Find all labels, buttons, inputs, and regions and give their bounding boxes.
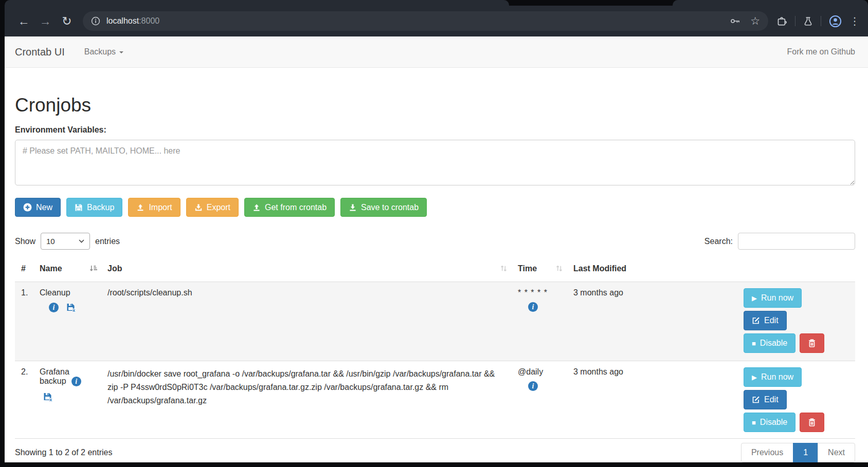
col-header-last-modified[interactable]: Last Modified bbox=[567, 258, 737, 282]
backup-crossed-icon[interactable]: x bbox=[43, 391, 95, 402]
profile-avatar-icon[interactable] bbox=[829, 15, 842, 28]
edit-pencil-icon bbox=[752, 316, 760, 325]
password-key-icon[interactable] bbox=[730, 17, 741, 25]
row-time-cell: @daily i bbox=[512, 361, 567, 439]
site-info-icon[interactable] bbox=[91, 16, 100, 26]
export-button-label: Export bbox=[207, 203, 230, 212]
bookmark-star-icon[interactable]: ☆ bbox=[750, 15, 760, 27]
forward-button[interactable]: → bbox=[34, 11, 56, 31]
toolbar-divider bbox=[795, 16, 795, 26]
browser-tab-secondary[interactable] bbox=[673, 0, 868, 6]
page-title: Cronjobs bbox=[15, 95, 855, 116]
edit-button[interactable]: Edit bbox=[744, 390, 787, 409]
row-index: 2. bbox=[15, 361, 33, 439]
url-bar[interactable]: localhost:8000 ☆ bbox=[83, 11, 768, 31]
pagination-page-1[interactable]: 1 bbox=[793, 443, 818, 462]
delete-button[interactable] bbox=[800, 413, 824, 432]
table-header-row: # Name bbox=[15, 258, 855, 282]
info-icon[interactable]: i bbox=[528, 381, 538, 391]
save-to-crontab-button[interactable]: Save to crontab bbox=[340, 198, 427, 217]
browser-menu-icon[interactable]: ⋮ bbox=[849, 15, 860, 27]
screen: ← → ↻ localhost:8000 bbox=[0, 0, 868, 467]
app-brand[interactable]: Crontab UI bbox=[15, 46, 65, 58]
run-now-button[interactable]: ▶ Run now bbox=[744, 367, 802, 387]
row-job-command: /usr/bin/docker save root_grafana -o /va… bbox=[101, 361, 512, 439]
run-now-label: Run now bbox=[761, 372, 793, 382]
cron-schedule: @daily bbox=[518, 367, 543, 376]
env-variables-label: Environment Variables: bbox=[15, 125, 855, 135]
disable-button[interactable]: ■ Disable bbox=[744, 333, 795, 353]
row-index: 1. bbox=[15, 282, 33, 361]
delete-button[interactable] bbox=[800, 333, 824, 353]
col-header-time[interactable]: Time bbox=[512, 258, 567, 282]
sort-both-icon bbox=[500, 265, 508, 272]
page-content: Cronjobs Environment Variables: New bbox=[5, 68, 868, 462]
row-actions-cell: ▶ Run now bbox=[737, 282, 855, 361]
browser-window: ← → ↻ localhost:8000 bbox=[5, 0, 868, 462]
url-host: localhost bbox=[106, 16, 139, 25]
pagination-previous[interactable]: Previous bbox=[741, 443, 793, 462]
search-input[interactable] bbox=[738, 233, 855, 250]
showing-entries-text: Showing 1 to 2 of 2 entries bbox=[15, 448, 112, 457]
info-icon[interactable]: i bbox=[528, 302, 538, 312]
url-text[interactable]: localhost:8000 bbox=[106, 16, 724, 26]
col-header-actions bbox=[737, 258, 855, 282]
download-icon bbox=[194, 203, 203, 212]
browser-tab-active[interactable] bbox=[5, 0, 509, 6]
trash-icon bbox=[808, 339, 816, 348]
play-icon: ▶ bbox=[752, 294, 757, 302]
extensions-icon[interactable] bbox=[776, 16, 787, 27]
disable-button[interactable]: ■ Disable bbox=[744, 413, 795, 432]
floppy-disk-icon bbox=[75, 203, 83, 212]
row-name-cell: Cleanup i x bbox=[33, 282, 101, 361]
row-name-cell: Grafana backupi x bbox=[33, 361, 101, 439]
pagination-next[interactable]: Next bbox=[818, 443, 855, 462]
get-from-crontab-button[interactable]: Get from crontab bbox=[244, 198, 335, 217]
nav-backups-dropdown[interactable]: Backups bbox=[84, 47, 123, 57]
info-icon[interactable]: i bbox=[71, 377, 81, 386]
run-now-button[interactable]: ▶ Run now bbox=[744, 288, 802, 308]
new-button-label: New bbox=[36, 203, 52, 212]
reload-button[interactable]: ↻ bbox=[56, 11, 78, 31]
stop-square-icon: ■ bbox=[752, 340, 756, 347]
backup-crossed-icon[interactable]: x bbox=[66, 302, 76, 312]
job-name: Grafana backup bbox=[40, 367, 69, 385]
export-button[interactable]: Export bbox=[186, 198, 239, 217]
page-length-select[interactable]: 10 bbox=[41, 233, 90, 250]
plus-circle-icon bbox=[23, 203, 32, 212]
import-button[interactable]: Import bbox=[128, 198, 180, 217]
row-time-cell: * * * * * i bbox=[512, 282, 567, 361]
edit-pencil-icon bbox=[752, 396, 760, 404]
app-navbar: Crontab UI Backups Fork me on Github bbox=[5, 36, 868, 68]
info-icon[interactable]: i bbox=[49, 303, 59, 312]
sort-both-icon bbox=[555, 265, 563, 272]
chevron-down-icon bbox=[119, 51, 123, 53]
run-now-label: Run now bbox=[761, 293, 793, 303]
download-tray-icon bbox=[349, 203, 357, 212]
action-button-row: New Backup bbox=[15, 198, 855, 217]
job-name: Cleanup bbox=[40, 288, 70, 297]
select-chevron-icon bbox=[79, 239, 84, 243]
row-last-modified: 3 months ago bbox=[567, 361, 737, 439]
fork-github-link[interactable]: Fork me on Github bbox=[787, 47, 856, 57]
upload-icon bbox=[136, 203, 144, 212]
backup-button[interactable]: Backup bbox=[66, 198, 122, 217]
svg-text:x: x bbox=[73, 307, 76, 312]
col-header-job[interactable]: Job bbox=[101, 258, 512, 282]
back-button[interactable]: ← bbox=[13, 11, 34, 31]
cronjob-row: 1. Cleanup i bbox=[15, 282, 855, 361]
url-port: :8000 bbox=[139, 16, 159, 25]
col-header-name[interactable]: Name bbox=[33, 258, 101, 282]
disable-label: Disable bbox=[760, 418, 787, 427]
env-variables-textarea[interactable] bbox=[15, 140, 855, 185]
nav-backups-label: Backups bbox=[84, 47, 116, 57]
table-controls: Show 10 entries Search: bbox=[15, 233, 855, 250]
new-button[interactable]: New bbox=[15, 198, 61, 217]
browser-tab-strip bbox=[5, 0, 868, 6]
toolbar-divider bbox=[821, 16, 821, 26]
edit-button[interactable]: Edit bbox=[744, 311, 787, 330]
edit-label: Edit bbox=[764, 395, 779, 404]
row-actions-cell: ▶ Run now bbox=[737, 361, 855, 439]
experiments-flask-icon[interactable] bbox=[803, 16, 813, 26]
cronjob-row: 2. Grafana backupi bbox=[15, 361, 855, 439]
